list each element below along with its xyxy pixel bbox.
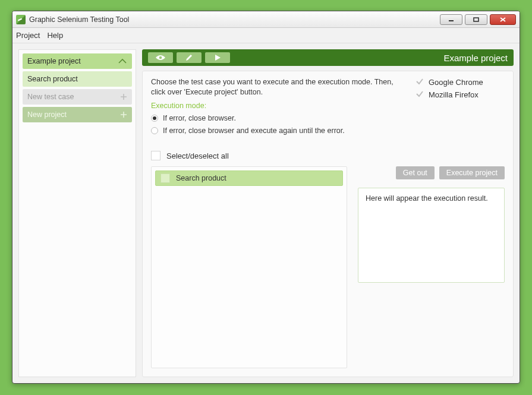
execution-panel: Choose the test case you want to execute… [142,71,514,377]
edit-button[interactable] [177,52,202,63]
browser-firefox-label: Mozilla Firefox [429,90,479,99]
checkbox-icon [160,173,170,183]
svg-rect-1 [474,18,479,21]
sidebar-new-testcase-label: New test case [27,93,74,101]
execute-project-button[interactable]: Execute project [439,166,505,179]
header-title: Example project [443,53,508,63]
menu-help[interactable]: Help [47,31,63,40]
pencil-icon [185,53,193,62]
lower-area: Search product Get out Execute project H… [151,166,505,368]
play-icon [214,54,221,61]
browser-list: Google Chrome Mozilla Firefox [415,77,505,135]
result-box: Here will appear the execution result. [358,188,505,283]
checkbox-icon [151,151,160,160]
execmode-label: Execution mode: [151,101,408,111]
testcase-list: Search product [151,166,347,368]
maximize-icon [473,17,479,22]
panel-top: Choose the test case you want to execute… [151,77,505,135]
close-button[interactable] [490,14,516,25]
select-all-label: Select/deselect all [166,151,229,160]
testcase-item[interactable]: Search product [155,170,343,186]
execmode-option-2-label: If error, close browser and execute agai… [163,126,345,136]
browser-option-chrome[interactable]: Google Chrome [415,77,505,87]
minimize-icon [448,17,454,22]
run-button[interactable] [205,52,230,63]
content: Example project Choose the test case you… [142,49,514,377]
eye-icon [155,54,166,61]
testcase-item-label: Search product [176,174,226,182]
action-buttons: Get out Execute project [358,166,505,179]
app-icon [16,15,26,24]
execmode-option-1-label: If error, close browser. [163,113,236,124]
titlebar: Graphic Selenium Testing Tool [12,11,520,28]
plus-icon [120,93,127,100]
radio-icon [151,127,158,134]
radio-icon [151,115,158,122]
app-window: Graphic Selenium Testing Tool Project He… [12,11,520,384]
execmode-option-2[interactable]: If error, close browser and execute agai… [151,126,408,136]
body: Example project Search product New test … [12,43,520,383]
close-icon [500,17,506,22]
sidebar-testcase-label: Search product [27,75,78,83]
instructions-block: Choose the test case you want to execute… [151,77,408,135]
maximize-button[interactable] [465,14,487,25]
minimize-button[interactable] [440,14,462,25]
browser-option-firefox[interactable]: Mozilla Firefox [415,90,505,100]
sidebar-new-project[interactable]: New project [23,107,132,122]
menubar: Project Help [12,28,520,43]
check-icon [415,90,424,100]
svg-point-2 [159,56,162,59]
instructions-text: Choose the test case you want to execute… [151,77,408,97]
select-all-row[interactable]: Select/deselect all [151,151,505,160]
execmode-option-1[interactable]: If error, close browser. [151,113,408,124]
check-icon [415,77,424,87]
chevron-up-icon [118,58,127,65]
sidebar-new-testcase[interactable]: New test case [23,89,132,105]
menu-project[interactable]: Project [16,31,40,40]
content-header: Example project [142,49,514,66]
sidebar-project-item[interactable]: Example project [23,53,132,69]
get-out-button[interactable]: Get out [396,166,435,179]
sidebar-new-project-label: New project [27,110,67,119]
sidebar-testcase-item[interactable]: Search product [23,71,132,87]
browser-chrome-label: Google Chrome [429,78,483,87]
plus-icon [120,111,127,118]
sidebar-project-label: Example project [27,57,81,65]
view-button[interactable] [148,52,173,63]
window-title: Graphic Selenium Testing Tool [29,15,437,24]
window-controls [437,14,516,25]
svg-rect-0 [449,20,454,21]
sidebar: Example project Search product New test … [18,49,136,377]
right-column: Get out Execute project Here will appear… [358,166,505,368]
